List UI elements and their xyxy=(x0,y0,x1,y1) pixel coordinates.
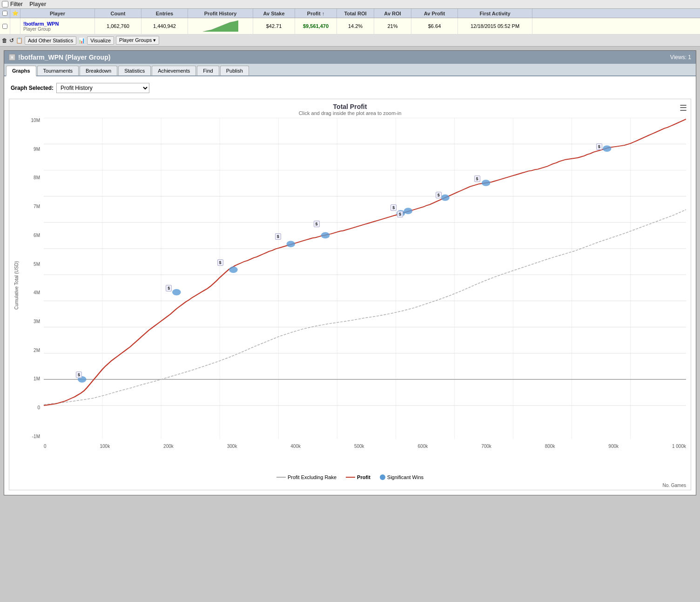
sparkline-chart xyxy=(202,20,239,33)
visualize-button[interactable]: Visualize xyxy=(87,36,114,45)
sig-win-7 xyxy=(404,208,413,214)
y-tick-neg1m: -1M xyxy=(23,434,42,439)
row-av-profit: $6.64 xyxy=(411,18,458,34)
y-tick-3m: 3M xyxy=(23,319,42,324)
chart-inner: 10M 9M 8M 7M 6M 5M 4M 3M 2M 1M 0 -1M xyxy=(23,118,686,453)
y-tick-8m: 8M xyxy=(23,175,42,180)
col-count[interactable]: Count xyxy=(95,9,141,18)
col-av-stake[interactable]: Av Stake xyxy=(253,9,295,18)
tab-achievements[interactable]: Achievements xyxy=(152,66,196,75)
legend-profit: Profit xyxy=(346,474,370,480)
y-tick-4m: 4M xyxy=(23,290,42,295)
panel-titlebar: × !botfarm_WPN (Player Group) Views: 1 xyxy=(4,51,696,64)
col-av-roi[interactable]: Av ROI xyxy=(374,9,411,18)
row-sparkline xyxy=(188,18,253,34)
y-tick-0: 0 xyxy=(23,405,42,410)
tab-graphs[interactable]: Graphs xyxy=(6,66,36,76)
col-star: ⭐ xyxy=(10,9,20,18)
legend-significant-wins: Significant Wins xyxy=(380,474,424,480)
player-groups-button[interactable]: Player Groups ▾ xyxy=(116,36,159,45)
y-tick-2m: 2M xyxy=(23,348,42,353)
dollar-marker-4: $ xyxy=(275,233,281,240)
y-tick-10m: 10M xyxy=(23,118,42,123)
graph-select-dropdown[interactable]: Profit History ROI History Stakes Histor… xyxy=(56,83,149,93)
row-star xyxy=(10,18,20,34)
chart-wrapper: ☰ Total Profit Click and drag inside the… xyxy=(9,99,691,490)
sig-win-5 xyxy=(321,232,330,238)
top-toolbar: Filter Player xyxy=(0,0,700,9)
dollar-marker-9: $ xyxy=(474,176,480,182)
col-av-profit[interactable]: Av Profit xyxy=(411,9,458,18)
x-tick-300k: 300k xyxy=(227,444,237,449)
filter-label: Filter xyxy=(10,1,23,7)
tab-find[interactable]: Find xyxy=(197,66,219,75)
x-tick-1000k: 1 000k xyxy=(672,444,686,449)
row-first-activity: 12/18/2015 05:52 PM xyxy=(458,18,532,34)
dollar-marker-2: $ xyxy=(166,285,172,291)
tab-statistics[interactable]: Statistics xyxy=(118,66,151,75)
main-panel: × !botfarm_WPN (Player Group) Views: 1 G… xyxy=(4,50,696,495)
sig-win-10 xyxy=(603,145,612,152)
refresh-icon[interactable]: ↺ xyxy=(9,37,14,44)
graph-select-label: Graph Selected: xyxy=(11,85,54,91)
chart-svg xyxy=(44,118,686,439)
dollar-marker-6: $ xyxy=(390,204,397,211)
x-tick-600k: 600k xyxy=(418,444,428,449)
panel-title: !botfarm_WPN (Player Group) xyxy=(18,54,670,61)
player-name: !botfarm_WPN xyxy=(23,21,59,27)
sig-win-9 xyxy=(482,180,491,186)
legend-profit-label: Profit xyxy=(357,474,370,480)
y-tick-9m: 9M xyxy=(23,147,42,152)
y-tick-6m: 6M xyxy=(23,233,42,238)
chart-menu-icon[interactable]: ☰ xyxy=(680,103,687,113)
views-label: Views: 1 xyxy=(670,54,691,61)
col-player[interactable]: Player xyxy=(20,9,95,18)
chart-area: Cumulative Total (USD) 10M 9M 8M 7M 6M 5… xyxy=(9,118,691,472)
close-button[interactable]: × xyxy=(9,54,15,61)
row-entries: 1,440,942 xyxy=(141,18,188,34)
x-tick-400k: 400k xyxy=(290,444,301,449)
sig-win-8 xyxy=(441,195,450,201)
col-profit-history[interactable]: Profit History xyxy=(188,9,253,18)
chart-subtitle: Click and drag inside the plot area to z… xyxy=(9,110,691,118)
dollar-marker-5: $ xyxy=(314,221,320,227)
copy-icon[interactable]: 📋 xyxy=(16,37,23,44)
chart-legend: Profit Excluding Rake Profit Significant… xyxy=(9,472,691,483)
y-axis-label: Cumulative Total (USD) xyxy=(14,118,21,453)
x-tick-200k: 200k xyxy=(163,444,174,449)
legend-significant-wins-label: Significant Wins xyxy=(387,474,424,480)
col-entries[interactable]: Entries xyxy=(141,9,188,18)
row-profit: $9,561,470 xyxy=(295,18,337,34)
tab-breakdown[interactable]: Breakdown xyxy=(80,66,117,75)
x-tick-700k: 700k xyxy=(481,444,491,449)
tab-publish[interactable]: Publish xyxy=(220,66,249,75)
chart-title: Total Profit xyxy=(9,99,691,110)
row-player[interactable]: !botfarm_WPN Player Group xyxy=(20,18,95,34)
table-header: ⭐ Player Count Entries Profit History Av… xyxy=(0,9,700,18)
x-tick-800k: 800k xyxy=(545,444,555,449)
y-tick-7m: 7M xyxy=(23,204,42,209)
sig-win-2 xyxy=(172,289,181,296)
dollar-marker-1: $ xyxy=(76,372,82,378)
toolbar2: 🗑 ↺ 📋 Add Other Statistics 📊 Visualize P… xyxy=(0,34,700,47)
filter-checkbox[interactable] xyxy=(2,1,8,7)
row-checkbox[interactable] xyxy=(0,18,10,34)
col-total-roi[interactable]: Total ROI xyxy=(337,9,374,18)
dollar-marker-10: $ xyxy=(596,143,602,150)
col-profit[interactable]: Profit ↑ xyxy=(295,9,337,18)
dollar-marker-7: $ xyxy=(397,211,403,217)
legend-profit-excluding-rake: Profit Excluding Rake xyxy=(276,474,337,480)
chart-plot[interactable]: $ $ $ $ $ $ $ $ $ $ xyxy=(44,118,686,439)
tab-tournaments[interactable]: Tournaments xyxy=(37,66,79,75)
dollar-marker-8: $ xyxy=(436,192,442,198)
x-tick-0: 0 xyxy=(44,444,47,449)
sig-win-3 xyxy=(229,266,238,273)
legend-gray-line xyxy=(276,477,286,478)
legend-profit-excluding-rake-label: Profit Excluding Rake xyxy=(288,474,337,480)
row-av-roi: 21% xyxy=(374,18,411,34)
delete-icon[interactable]: 🗑 xyxy=(2,37,7,44)
add-other-statistics-button[interactable]: Add Other Statistics xyxy=(25,36,76,45)
y-tick-5m: 5M xyxy=(23,262,42,267)
col-checkbox xyxy=(0,9,10,18)
col-first-activity[interactable]: First Activity xyxy=(458,9,532,18)
